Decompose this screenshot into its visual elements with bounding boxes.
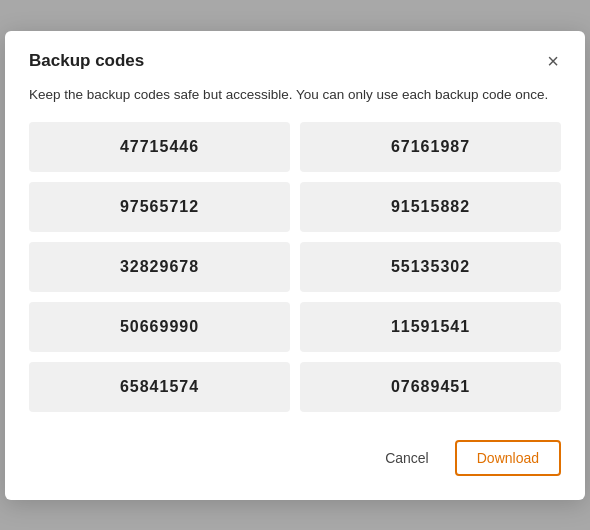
backup-codes-modal: Backup codes × Keep the backup codes saf…	[5, 31, 585, 500]
code-box: 32829678	[29, 242, 290, 292]
codes-grid: 4771544667161987975657129151588232829678…	[29, 122, 561, 412]
modal-description: Keep the backup codes safe but accessibl…	[29, 87, 561, 102]
code-box: 55135302	[300, 242, 561, 292]
cancel-button[interactable]: Cancel	[369, 440, 445, 476]
code-box: 67161987	[300, 122, 561, 172]
code-box: 11591541	[300, 302, 561, 352]
code-box: 91515882	[300, 182, 561, 232]
code-box: 47715446	[29, 122, 290, 172]
code-box: 50669990	[29, 302, 290, 352]
download-button[interactable]: Download	[455, 440, 561, 476]
code-box: 07689451	[300, 362, 561, 412]
modal-title: Backup codes	[29, 51, 144, 71]
modal-header: Backup codes ×	[29, 51, 561, 71]
code-box: 97565712	[29, 182, 290, 232]
code-box: 65841574	[29, 362, 290, 412]
modal-footer: Cancel Download	[29, 440, 561, 476]
close-button[interactable]: ×	[545, 51, 561, 71]
modal-overlay: Backup codes × Keep the backup codes saf…	[0, 0, 590, 530]
